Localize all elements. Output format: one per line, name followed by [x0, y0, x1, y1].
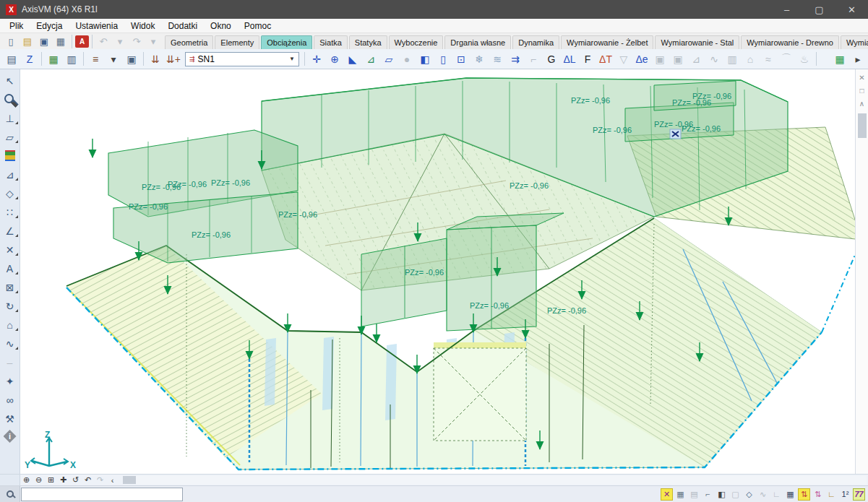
redo-icon[interactable]: ↷: [129, 34, 145, 48]
line-load-icon[interactable]: ◣: [344, 51, 361, 68]
nodal-dof-table-icon[interactable]: ▦: [831, 51, 848, 68]
menu-pomoc[interactable]: Pomoc: [238, 20, 278, 33]
node-grid-icon[interactable]: ∷: [1, 204, 19, 220]
derived-beam-load-icon[interactable]: ⊡: [452, 51, 470, 68]
redo-list-icon[interactable]: ▾: [145, 34, 161, 48]
tensioning-icon[interactable]: ⌒: [778, 51, 795, 68]
scroll-up-icon[interactable]: ∧: [857, 99, 867, 108]
detach-icon[interactable]: –: [1, 355, 19, 370]
support-displacement-icon[interactable]: ⌐: [525, 51, 542, 68]
close-pane-icon[interactable]: ✕: [857, 73, 867, 82]
load-cases-icon[interactable]: ⇊: [147, 51, 164, 68]
editing-tools-icon[interactable]: ◇: [743, 488, 755, 501]
undo-list-icon[interactable]: ▾: [112, 34, 128, 48]
load-panel-icon[interactable]: ⇉: [507, 51, 524, 68]
tab-statyka[interactable]: Statyka: [349, 35, 387, 49]
display-settings-icon[interactable]: ⚒: [1, 411, 19, 426]
beam-point-load-icon[interactable]: ⊕: [326, 51, 343, 68]
guidelines-icon[interactable]: ▢: [729, 488, 742, 501]
tab-elementy[interactable]: Elementy: [215, 35, 259, 49]
storeys-icon[interactable]: Z: [21, 51, 38, 68]
text-box-icon[interactable]: A: [1, 261, 19, 276]
menu-dodatki[interactable]: Dodatki: [161, 20, 204, 33]
display-options-icon[interactable]: ∞: [1, 392, 19, 407]
mesh-display-icon[interactable]: ▦: [674, 488, 687, 501]
background-layers-icon[interactable]: ▤: [688, 488, 700, 501]
load-values-icon[interactable]: ⇅: [812, 488, 824, 501]
section-plane-icon[interactable]: ⊠: [1, 280, 19, 295]
tab-siatka[interactable]: Siatka: [314, 35, 348, 49]
tab-wymiarowanie-drewno[interactable]: Wymiarowanie - Drewno: [741, 35, 839, 49]
print-icon[interactable]: ▦: [53, 34, 69, 48]
load-case-selector[interactable]: ⇶ SN1 ▼: [185, 52, 299, 66]
tab-wymiarowanie-zelbet[interactable]: Wymiarowanie - Żelbet: [561, 35, 653, 49]
tension-load-icon[interactable]: F: [579, 51, 596, 68]
tab-geometria[interactable]: Geometria: [165, 35, 213, 49]
moving-load-icon[interactable]: ▣: [651, 51, 669, 68]
views-icon[interactable]: ⊥: [1, 111, 19, 126]
report-list-icon[interactable]: ▾: [105, 51, 122, 68]
dimension-icon[interactable]: ∠: [1, 223, 19, 238]
opening-load-icon[interactable]: ▯: [434, 51, 452, 68]
layers-icon[interactable]: ▤: [3, 51, 20, 68]
length-change-load-icon[interactable]: ΔL: [561, 51, 578, 68]
moving-load-group-icon[interactable]: ▣: [669, 51, 687, 68]
menu-edycja[interactable]: Edycja: [30, 20, 69, 33]
rotate-view-icon[interactable]: ↺: [69, 475, 82, 485]
info-icon[interactable]: i: [4, 430, 17, 443]
menu-plik[interactable]: Plik: [3, 20, 30, 33]
snow-load-icon[interactable]: ❄: [470, 51, 488, 68]
wind-load-icon[interactable]: ≋: [489, 51, 506, 68]
horizontal-scrollbar-track[interactable]: [136, 476, 867, 485]
horizontal-scrollbar-thumb[interactable]: [123, 476, 136, 484]
redo-view-icon[interactable]: ↷: [94, 475, 106, 485]
tab-wyboczenie[interactable]: Wyboczenie: [389, 35, 444, 49]
open-file-icon[interactable]: ▤: [20, 34, 35, 48]
tab-wymiarowanie-stal[interactable]: Wymiarowanie - Stal: [655, 35, 739, 49]
menu-okno[interactable]: Okno: [204, 20, 238, 33]
frame-icon[interactable]: ⌂: [1, 317, 19, 332]
zoom-icon[interactable]: [1, 92, 19, 107]
zoom-out-icon[interactable]: ⊖: [33, 475, 45, 485]
load-display-toggle-icon[interactable]: ⇅: [798, 488, 810, 501]
dynamic-load-icon[interactable]: ∿: [705, 51, 723, 68]
pushover-icon[interactable]: ⌂: [742, 51, 759, 68]
command-search-input[interactable]: [21, 488, 183, 501]
local-systems-icon[interactable]: ∟: [770, 488, 783, 501]
seismic-load-icon[interactable]: ≈: [760, 51, 777, 68]
renumber-icon[interactable]: ↻: [1, 298, 19, 313]
menu-ustawienia[interactable]: Ustawienia: [69, 20, 124, 33]
pan-icon[interactable]: ✚: [57, 475, 69, 485]
curve-tools-icon[interactable]: ∿: [757, 488, 769, 501]
table-browser-icon[interactable]: ▥: [63, 51, 80, 68]
color-coding-icon[interactable]: [1, 148, 19, 163]
minimize-button[interactable]: –: [770, 0, 803, 19]
vertical-scrollbar-thumb[interactable]: [858, 113, 867, 138]
spectrum-icon[interactable]: ▥: [723, 51, 741, 68]
thermal-load-icon[interactable]: ΔT: [597, 51, 614, 68]
workplane-icon[interactable]: ⌐: [702, 488, 714, 501]
save-icon[interactable]: ▣: [36, 34, 52, 48]
geometry-transform-icon[interactable]: ⊿: [1, 167, 19, 182]
fire-load-icon[interactable]: ♨: [796, 51, 813, 68]
maximize-button[interactable]: ▢: [803, 0, 835, 19]
undo-icon[interactable]: ↶: [95, 34, 111, 48]
undo-view-icon[interactable]: ↶: [82, 475, 94, 485]
misfit-load-icon[interactable]: Δe: [633, 51, 650, 68]
parts-icon[interactable]: ▱: [1, 129, 19, 144]
self-weight-icon[interactable]: G: [543, 51, 560, 68]
nodal-load-icon[interactable]: ✛: [308, 51, 325, 68]
searchlight-icon[interactable]: ✦: [1, 373, 19, 389]
delete-icon[interactable]: ✕: [1, 242, 19, 257]
more-tools-icon[interactable]: ▸: [849, 51, 867, 68]
tab-wymiarowanie-mur[interactable]: Wymiarowanie - Mur: [841, 35, 868, 49]
crosshair-toggle-icon[interactable]: ✕: [661, 488, 673, 501]
variable-line-load-icon[interactable]: ⊿: [362, 51, 379, 68]
domain-load-icon[interactable]: ●: [398, 51, 416, 68]
menu-widok[interactable]: Widok: [124, 20, 161, 33]
surface-load-icon[interactable]: ▱: [380, 51, 398, 68]
tables-icon[interactable]: ▦: [45, 51, 62, 68]
tab-drgania-wlasne[interactable]: Drgania własne: [444, 35, 511, 49]
influence-line-icon[interactable]: ⊿: [687, 51, 705, 68]
zoom-in-icon[interactable]: ⊕: [20, 475, 33, 485]
